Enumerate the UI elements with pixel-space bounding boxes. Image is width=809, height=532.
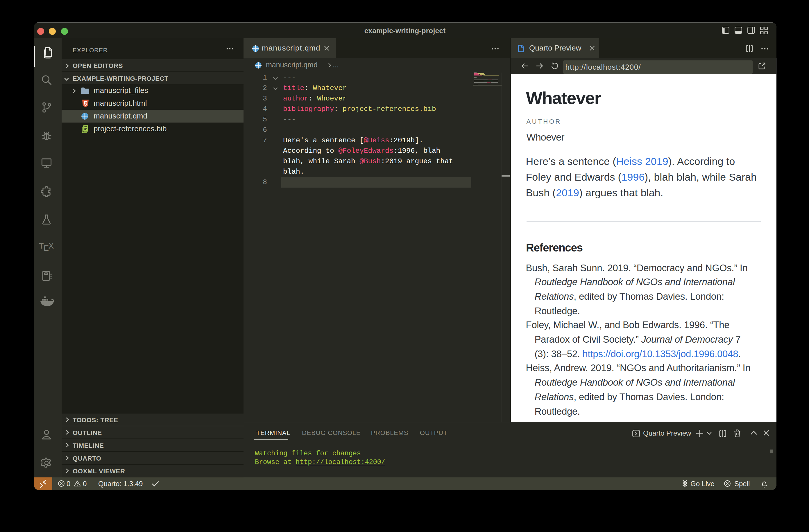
svg-text:X: X [48,242,53,250]
svg-text:T: T [39,242,44,250]
svg-text:E: E [43,244,49,251]
